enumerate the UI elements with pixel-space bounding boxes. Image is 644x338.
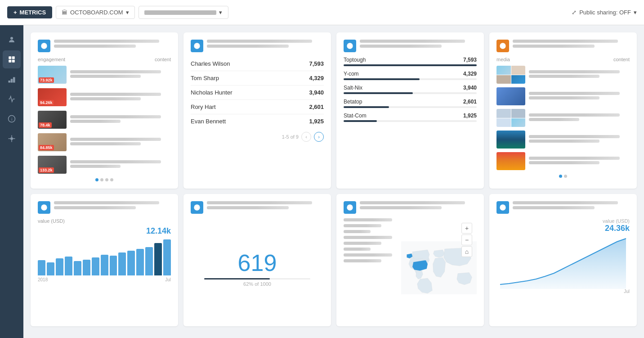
media-thumbnail-grid xyxy=(496,66,525,84)
widget-goal-progress: 619 62% of 1000 xyxy=(183,194,331,326)
sidebar-item-info[interactable]: i xyxy=(3,110,21,128)
media-info xyxy=(529,70,630,80)
dot-2[interactable] xyxy=(564,175,567,178)
widget-influencers-title xyxy=(207,40,324,50)
widget-goal-title xyxy=(207,201,324,211)
leader-name: Tom Sharp xyxy=(191,75,309,81)
chevron-down-icon: ▾ xyxy=(126,9,129,16)
list-item: Charles Wilson 7,593 xyxy=(191,57,324,71)
widget-media-header xyxy=(496,40,630,52)
svg-rect-7 xyxy=(13,77,15,83)
leaders-list: Charles Wilson 7,593 Tom Sharp 4,329 Nic… xyxy=(191,57,324,128)
public-sharing-button[interactable]: ⤢ Public sharing: OFF ▾ xyxy=(572,9,637,16)
leader-value: 2,601 xyxy=(309,104,324,110)
map-zoom-in-button[interactable]: + xyxy=(461,223,472,234)
leader-name: Charles Wilson xyxy=(191,60,309,67)
org-icon: 🏛 xyxy=(62,9,67,16)
dot-3[interactable] xyxy=(105,178,108,181)
leader-value: 3,940 xyxy=(309,89,324,96)
leader-name: Rory Hart xyxy=(191,104,309,110)
svg-point-10 xyxy=(10,137,13,140)
map-visual: + − ⌂ xyxy=(401,218,477,319)
post-info xyxy=(70,93,171,102)
source-value: 4,329 xyxy=(463,71,477,77)
line-chart-value-label: value (USD) xyxy=(496,218,630,224)
top-navigation: + METRICS 🏛 OCTOBOARD.COM ▾ ▾ ⤢ Public s… xyxy=(0,0,644,25)
list-item xyxy=(496,109,630,127)
svg-point-18 xyxy=(500,43,505,49)
carousel-dots xyxy=(38,178,171,181)
list-item xyxy=(496,66,630,84)
media-info xyxy=(529,135,630,144)
bar-col xyxy=(136,249,144,275)
list-item: 94.26k xyxy=(38,88,171,106)
post-thumbnail: 94.26k xyxy=(38,88,67,106)
list-item: Evan Bennett 1,925 xyxy=(191,114,324,128)
svg-rect-4 xyxy=(12,60,15,63)
widget-revenue-line-header xyxy=(496,201,630,214)
source-name: Salt-Nix xyxy=(344,85,362,91)
media-info xyxy=(529,92,630,101)
chart-footer: 2018 Jul xyxy=(38,277,171,282)
media-info xyxy=(529,113,630,123)
widget-revenue-line-title xyxy=(513,201,630,211)
engagement-labels: engagement content xyxy=(38,57,171,62)
widget-revenue-line-icon xyxy=(496,201,509,214)
sharing-chevron-icon: ▾ xyxy=(634,9,637,16)
widget-engagement-title-blur xyxy=(54,40,159,43)
list-item: Stat-Com 1,925 xyxy=(344,113,477,122)
post-info xyxy=(70,160,171,170)
widget-sources-title xyxy=(360,40,477,50)
dashboard-selector[interactable]: ▾ xyxy=(139,6,228,19)
share-icon: ⤢ xyxy=(572,9,577,16)
brand-button[interactable]: + METRICS xyxy=(7,6,52,18)
dropdown-chevron-icon: ▾ xyxy=(219,9,222,16)
map-controls: + − ⌂ xyxy=(461,223,472,257)
main-content: engagement content 73.92k 94.26k xyxy=(23,25,644,333)
sidebar-item-activity[interactable] xyxy=(3,90,21,108)
dot-1[interactable] xyxy=(95,178,98,181)
content-label: content xyxy=(155,57,171,62)
dot-4[interactable] xyxy=(110,178,113,181)
widget-media-title xyxy=(513,40,630,50)
bar-col xyxy=(110,256,117,275)
pagination-prev[interactable]: ‹ xyxy=(301,132,311,142)
dot-1[interactable] xyxy=(559,175,562,178)
progress-bar-container xyxy=(204,278,311,279)
list-item xyxy=(496,131,630,149)
source-value: 7,593 xyxy=(463,57,477,63)
post-badge: 84.85k xyxy=(39,145,54,150)
media-content-label: content xyxy=(613,57,630,62)
list-item xyxy=(496,87,630,105)
sources-list: Toptough 7,593 Y-com 4,329 Salt-Nix 3,94… xyxy=(344,57,477,122)
leader-name: Evan Bennett xyxy=(191,118,309,125)
pagination-next[interactable]: › xyxy=(314,132,324,142)
source-name: Toptough xyxy=(344,57,366,63)
svg-point-17 xyxy=(347,43,353,49)
post-badge: 94.26k xyxy=(39,100,54,105)
widget-influencers-header xyxy=(191,40,324,52)
bar-col xyxy=(65,257,72,275)
map-zoom-out-button[interactable]: − xyxy=(461,234,472,245)
bar-col xyxy=(56,258,63,275)
sidebar-item-dashboard[interactable] xyxy=(3,50,21,68)
widget-engagement: engagement content 73.92k 94.26k xyxy=(31,32,178,189)
sidebar-item-debug[interactable] xyxy=(3,130,21,148)
widget-engagement-header xyxy=(38,40,171,52)
chart-month-label: Jul xyxy=(165,277,171,282)
source-value: 1,925 xyxy=(463,113,477,119)
widget-revenue-header xyxy=(38,201,171,214)
media-labels: media content xyxy=(496,57,630,62)
dot-2[interactable] xyxy=(100,178,103,181)
list-item xyxy=(496,152,630,170)
map-home-button[interactable]: ⌂ xyxy=(461,246,472,257)
list-item: Y-com 4,329 xyxy=(344,71,477,80)
sidebar-item-profile[interactable] xyxy=(3,31,21,49)
list-item: Toptough 7,593 xyxy=(344,57,477,66)
progress-bar-fill xyxy=(204,278,270,279)
org-selector[interactable]: 🏛 OCTOBOARD.COM ▾ xyxy=(56,6,135,19)
sidebar-item-org[interactable] xyxy=(3,70,21,88)
chart-value-label: value (USD) xyxy=(38,218,171,224)
media-thumbnail xyxy=(496,152,525,170)
widget-goal-icon xyxy=(191,201,203,214)
